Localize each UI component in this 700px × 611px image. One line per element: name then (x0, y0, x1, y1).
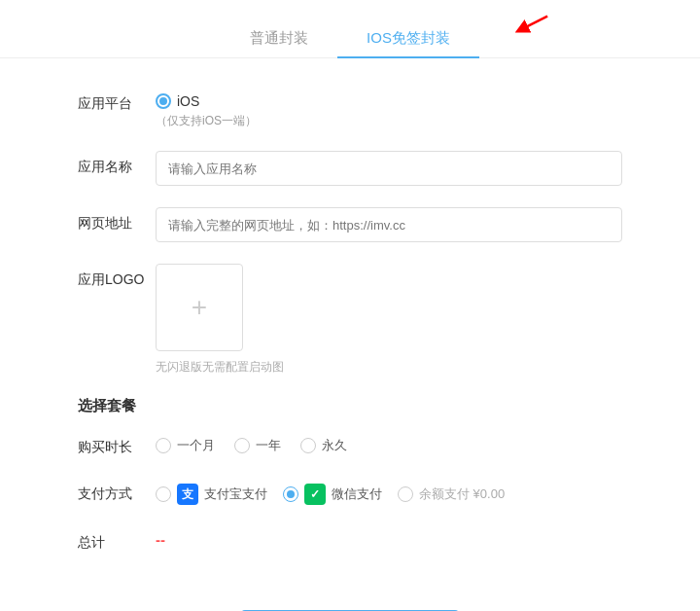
wechat-icon: ✓ (304, 484, 326, 505)
platform-label: 应用平台 (78, 88, 156, 113)
section-divider: 选择套餐 (78, 397, 622, 415)
package-section-title: 选择套餐 (78, 397, 622, 415)
duration-forever-radio[interactable] (300, 438, 316, 453)
tab-bar: 普通封装 IOS免签封装 (0, 0, 700, 58)
balance-label: 余额支付 ¥0.00 (419, 485, 505, 503)
platform-value: iOS (177, 93, 199, 109)
duration-options: 一个月 一年 永久 (156, 431, 622, 454)
logo-hint: 无闪退版无需配置启动图 (156, 359, 622, 376)
duration-forever-label: 永久 (322, 437, 347, 454)
alipay-icon: 支 (177, 484, 198, 505)
payment-content: 支 支付宝支付 ✓ 微信支付 余额支付 ¥0.00 (156, 478, 622, 505)
payment-alipay-radio[interactable] (156, 486, 171, 502)
platform-content: iOS （仅支持iOS一端） (156, 88, 622, 129)
app-name-input[interactable] (156, 151, 622, 186)
platform-row: 应用平台 iOS （仅支持iOS一端） (78, 88, 622, 129)
arrow-icon (511, 7, 552, 47)
logo-content: + 无闪退版无需配置启动图 (156, 264, 622, 376)
total-value: -- (156, 531, 165, 548)
payment-label: 支付方式 (78, 478, 156, 503)
duration-one-year-label: 一年 (256, 437, 281, 454)
platform-option: iOS (156, 88, 622, 109)
app-name-row: 应用名称 (78, 151, 622, 186)
logo-upload-btn[interactable]: + (156, 264, 243, 351)
url-input[interactable] (156, 207, 622, 242)
url-content (156, 207, 622, 242)
url-row: 网页地址 (78, 207, 622, 242)
duration-content: 一个月 一年 永久 (156, 431, 622, 454)
url-label: 网页地址 (78, 207, 156, 233)
duration-one-month-label: 一个月 (177, 437, 215, 454)
duration-label: 购买时长 (78, 431, 156, 456)
payment-wechat[interactable]: ✓ 微信支付 (283, 484, 382, 505)
duration-one-month[interactable]: 一个月 (156, 437, 215, 454)
platform-radio[interactable] (156, 93, 171, 109)
form-container: 应用平台 iOS （仅支持iOS一端） 应用名称 网页地址 应用LOGO + 无… (0, 58, 700, 610)
payment-wechat-radio[interactable] (283, 486, 298, 502)
logo-label: 应用LOGO (78, 264, 156, 289)
logo-row: 应用LOGO + 无闪退版无需配置启动图 (78, 264, 622, 376)
duration-row: 购买时长 一个月 一年 永久 (78, 431, 622, 456)
duration-forever[interactable]: 永久 (300, 437, 347, 454)
payment-alipay[interactable]: 支 支付宝支付 (156, 484, 267, 505)
payment-balance-radio[interactable] (398, 486, 413, 502)
total-label: 总计 (78, 526, 156, 552)
duration-one-year[interactable]: 一年 (234, 437, 281, 454)
duration-one-year-radio[interactable] (234, 438, 250, 453)
app-name-label: 应用名称 (78, 151, 156, 176)
tab-ios-free[interactable]: IOS免签封装 (337, 19, 479, 57)
payment-row: 支付方式 支 支付宝支付 ✓ 微信支付 余额支付 ¥0.00 (78, 478, 622, 505)
plus-icon: + (192, 292, 207, 323)
total-row: 总计 -- (78, 526, 622, 552)
platform-hint: （仅支持iOS一端） (156, 113, 622, 129)
wechat-label: 微信支付 (332, 485, 382, 503)
payment-balance[interactable]: 余额支付 ¥0.00 (398, 485, 505, 503)
duration-one-month-radio[interactable] (156, 438, 171, 453)
app-name-content (156, 151, 622, 186)
alipay-label: 支付宝支付 (204, 485, 267, 503)
payment-options: 支 支付宝支付 ✓ 微信支付 余额支付 ¥0.00 (156, 478, 622, 505)
tab-normal[interactable]: 普通封装 (221, 19, 337, 57)
